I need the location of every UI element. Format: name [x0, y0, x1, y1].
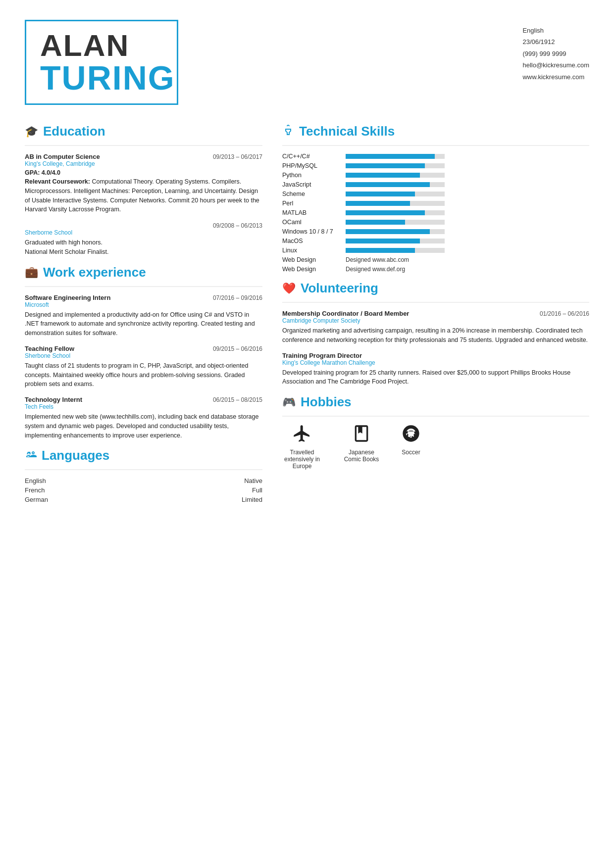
- first-name: ALAN: [40, 30, 163, 61]
- skill-row-6: MATLAB: [282, 209, 589, 216]
- vol-job-title-2: Training Program Director: [282, 352, 362, 359]
- skill-row-0: C/C++/C#: [282, 153, 589, 160]
- hobby-item-books: Japanese Comic Books: [342, 424, 381, 463]
- book-icon: [352, 424, 371, 445]
- hobby-item-soccer: Soccer: [401, 424, 421, 456]
- lang-row-2: French Full: [25, 486, 262, 494]
- skill-bar-fill-2: [346, 173, 420, 178]
- skill-bar-bg-1: [346, 163, 445, 168]
- hobby-label-books: Japanese Comic Books: [342, 449, 381, 463]
- hobbies-icon: 🎮: [282, 396, 296, 409]
- work-entry-3: Technology Internt 06/2015 – 08/2015 Tec…: [25, 396, 262, 440]
- work-company-1: Microsoft: [25, 301, 262, 308]
- vol-divider: [282, 302, 589, 303]
- work-title-heading: Work experience: [43, 265, 146, 280]
- skills-title: Technical Skills: [299, 124, 395, 139]
- work-dates-2: 09/2015 – 06/2016: [213, 345, 262, 352]
- skills-icon: [282, 124, 294, 139]
- skills-section: Technical Skills C/C++/C#PHP/MySQLPython…: [282, 124, 589, 273]
- lang-row-3: German Limited: [25, 496, 262, 503]
- hobbies-section: 🎮 Hobbies Travelled extensively in Europ…: [282, 394, 589, 470]
- skill-name-4: Scheme: [282, 191, 342, 197]
- lang-level-1: Native: [244, 477, 262, 484]
- skill-row-7: OCaml: [282, 219, 589, 226]
- skills-divider: [282, 145, 589, 146]
- contact-phone: (999) 999 9999: [522, 48, 589, 59]
- soccer-icon: [401, 424, 421, 445]
- skill-bar-bg-0: [346, 154, 445, 159]
- vol-job-title-1: Membership Coordinator / Board Member: [282, 310, 409, 317]
- languages-icon: [25, 448, 37, 463]
- skill-text-11: Designed www.abc.com: [346, 256, 445, 263]
- skill-bar-bg-5: [346, 201, 445, 206]
- vol-desc-1: Organized marketing and advertising camp…: [282, 326, 589, 345]
- work-dates-1: 07/2016 – 09/2016: [213, 294, 262, 301]
- skill-bar-fill-6: [346, 210, 425, 215]
- edu-degree-1: AB in Computer Science: [25, 153, 100, 160]
- skill-bar-fill-9: [346, 239, 420, 243]
- vol-title-heading: Volunteering: [301, 281, 378, 296]
- vol-icon: ❤️: [282, 282, 296, 295]
- skill-row-5: Perl: [282, 200, 589, 207]
- work-title-row-3: Technology Internt 06/2015 – 08/2015: [25, 396, 262, 403]
- lang-name-1: English: [25, 477, 46, 484]
- hobby-label-soccer: Soccer: [402, 449, 420, 456]
- skill-name-8: Windows 10 / 8 / 7: [282, 228, 342, 235]
- skill-name-3: JavaScript: [282, 181, 342, 188]
- edu-entry-2: 09/2008 – 06/2013 Sherborne School Gradu…: [25, 222, 262, 257]
- lang-name-2: French: [25, 486, 45, 494]
- skill-bar-bg-7: [346, 220, 445, 225]
- hobby-item-travel: Travelled extensively in Europe: [282, 424, 322, 470]
- skill-bar-bg-8: [346, 229, 445, 234]
- skill-text-12: Designed www.def.org: [346, 266, 445, 273]
- vol-title-row-2: Training Program Director: [282, 352, 589, 359]
- lang-name-3: German: [25, 496, 48, 503]
- edu-institution-1: King's College, Cambridge: [25, 160, 262, 167]
- languages-list: English Native French Full German Limite…: [25, 477, 262, 503]
- work-company-2: Sherbone School: [25, 352, 262, 359]
- edu-title-row-2: 09/2008 – 06/2013: [25, 222, 262, 229]
- skill-bar-bg-3: [346, 182, 445, 187]
- work-company-3: Tech Feels: [25, 403, 262, 410]
- skill-bar-fill-3: [346, 182, 430, 187]
- skill-name-6: MATLAB: [282, 209, 342, 216]
- contact-website: www.kickresume.com: [522, 71, 589, 83]
- skill-bar-bg-6: [346, 210, 445, 215]
- name-box: ALAN TURING: [25, 20, 178, 105]
- languages-divider: [25, 469, 262, 470]
- work-entry-1: Software Engineering Intern 07/2016 – 09…: [25, 294, 262, 338]
- skill-row-3: JavaScript: [282, 181, 589, 188]
- vol-entry-2: Training Program Director King's College…: [282, 352, 589, 387]
- work-entry-2: Teaching Fellow 09/2015 – 06/2016 Sherbo…: [25, 345, 262, 389]
- work-desc-2: Taught class of 21 students to program i…: [25, 361, 262, 389]
- skill-bar-fill-0: [346, 154, 435, 159]
- lang-level-3: Limited: [242, 496, 262, 503]
- skill-bar-bg-2: [346, 173, 445, 178]
- skill-name-0: C/C++/C#: [282, 153, 342, 160]
- languages-section: Languages English Native French Full Ger…: [25, 448, 262, 503]
- edu-coursework-2: Graduated with high honors. National Mer…: [25, 238, 262, 257]
- vol-title-row-1: Membership Coordinator / Board Member 01…: [282, 310, 589, 317]
- work-job-title-3: Technology Internt: [25, 396, 82, 403]
- work-section: 💼 Work experience Software Engineering I…: [25, 265, 262, 440]
- lang-level-2: Full: [252, 486, 262, 494]
- vol-entry-1: Membership Coordinator / Board Member 01…: [282, 310, 589, 345]
- languages-header: Languages: [25, 448, 262, 463]
- skill-bar-fill-1: [346, 163, 425, 168]
- hobbies-list: Travelled extensively in Europe Japanese…: [282, 424, 589, 470]
- work-dates-3: 06/2015 – 08/2015: [213, 396, 262, 403]
- education-header: 🎓 Education: [25, 124, 262, 139]
- work-desc-3: Implemented new web site (www.techhills.…: [25, 412, 262, 440]
- skill-bar-fill-10: [346, 248, 415, 253]
- coursework-label: Relevant Coursework:: [25, 178, 90, 185]
- airplane-icon: [292, 424, 312, 445]
- work-title-row-1: Software Engineering Intern 07/2016 – 09…: [25, 294, 262, 301]
- work-desc-1: Designed and implemented a productivity …: [25, 310, 262, 338]
- edu-title-row-1: AB in Computer Science 09/2013 – 06/2017: [25, 153, 262, 160]
- edu-institution-2: Sherborne School: [25, 229, 262, 236]
- skill-name-7: OCaml: [282, 219, 342, 226]
- two-col-layout: 🎓 Education AB in Computer Science 09/20…: [25, 120, 589, 505]
- vol-org-2: King's College Marathon Challenge: [282, 359, 589, 366]
- skill-row-4: Scheme: [282, 191, 589, 197]
- contact-dob: 23/06/1912: [522, 36, 589, 48]
